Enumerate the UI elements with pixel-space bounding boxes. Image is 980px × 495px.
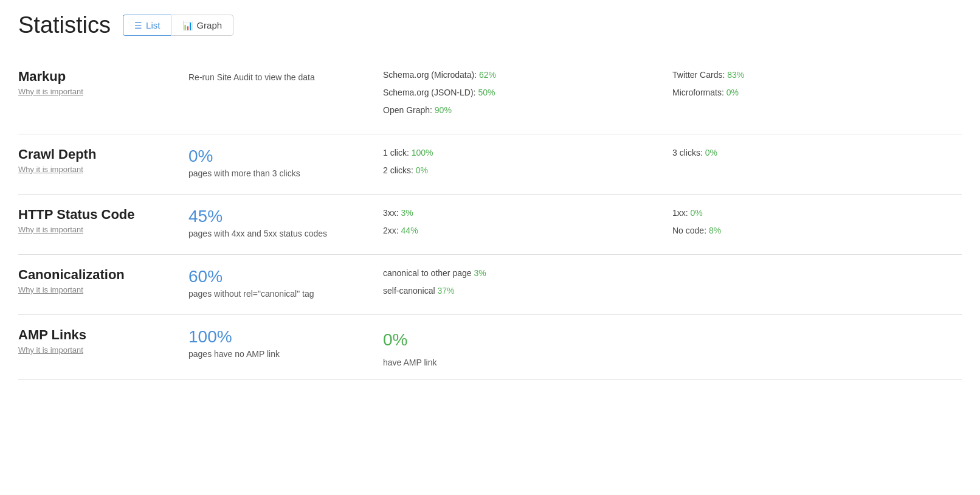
- stat-item: 2 clicks: 0%: [383, 164, 660, 177]
- page-header: Statistics ☰ List 📊 Graph: [18, 12, 962, 38]
- graph-label: Graph: [196, 20, 222, 30]
- stat-item: Twitter Cards: 83%: [672, 69, 950, 81]
- canonicalization-title: Canonicalization: [18, 267, 176, 283]
- http-status-code-title: HTTP Status Code: [18, 207, 176, 223]
- row-markup: Markup Why it is important Re-run Site A…: [18, 57, 962, 134]
- stat-item: 1xx: 0%: [672, 207, 950, 220]
- markup-text: Re-run Site Audit to view the data: [188, 69, 371, 82]
- http-status-code-desc: pages with 4xx and 5xx status codes: [188, 229, 371, 238]
- row-http-status-code: HTTP Status Code Why it is important 45%…: [18, 195, 962, 254]
- row-canonicalization: Canonicalization Why it is important 60%…: [18, 255, 962, 314]
- list-view-button[interactable]: ☰ List: [123, 15, 171, 36]
- canonicalization-col3: canonical to other page 3%self-canonical…: [383, 267, 672, 302]
- amp-links-title: AMP Links: [18, 327, 176, 343]
- stat-item: canonical to other page 3%: [383, 267, 660, 280]
- stat-item: Microformats: 0%: [672, 86, 950, 99]
- canonicalization-subtitle[interactable]: Why it is important: [18, 285, 176, 294]
- stat-item: 2xx: 44%: [383, 224, 660, 237]
- crawl-depth-title: Crawl Depth: [18, 147, 176, 162]
- stat-item: Open Graph: 90%: [383, 104, 660, 117]
- crawl-depth-col3: 1 click: 100%2 clicks: 0%: [383, 147, 672, 182]
- stat-item: 3xx: 3%: [383, 207, 660, 220]
- canonicalization-label: Canonicalization Why it is important: [18, 267, 188, 294]
- graph-icon: 📊: [182, 21, 193, 30]
- amp-col3-value: 0%: [383, 327, 660, 353]
- amp-col3-desc: have AMP link: [383, 358, 660, 367]
- row-amp-links: AMP Links Why it is important 100% pages…: [18, 315, 962, 379]
- http-status-code-subtitle[interactable]: Why it is important: [18, 225, 176, 234]
- amp-links-percent: 100%: [188, 327, 371, 347]
- markup-subtitle[interactable]: Why it is important: [18, 87, 176, 96]
- amp-links-main: 100% pages have no AMP link: [188, 327, 383, 359]
- canonicalization-desc: pages without rel="canonical" tag: [188, 289, 371, 299]
- page-title: Statistics: [18, 12, 111, 38]
- http-status-code-col4: 1xx: 0%No code: 8%: [672, 207, 962, 242]
- http-status-code-col3: 3xx: 3%2xx: 44%: [383, 207, 672, 242]
- canonicalization-main: 60% pages without rel="canonical" tag: [188, 267, 383, 299]
- stat-item: Schema.org (Microdata): 62%: [383, 69, 660, 81]
- markup-col3: Schema.org (Microdata): 62%Schema.org (J…: [383, 69, 672, 122]
- crawl-depth-subtitle[interactable]: Why it is important: [18, 165, 176, 174]
- stat-item: No code: 8%: [672, 224, 950, 237]
- crawl-depth-percent: 0%: [188, 147, 371, 166]
- markup-main: Re-run Site Audit to view the data: [188, 69, 383, 82]
- http-status-code-label: HTTP Status Code Why it is important: [18, 207, 188, 234]
- http-status-code-percent: 45%: [188, 207, 371, 226]
- row-crawl-depth: Crawl Depth Why it is important 0% pages…: [18, 134, 962, 194]
- http-status-code-main: 45% pages with 4xx and 5xx status codes: [188, 207, 383, 238]
- view-toggle: ☰ List 📊 Graph: [123, 15, 233, 36]
- stat-item: Schema.org (JSON-LD): 50%: [383, 86, 660, 99]
- list-icon: ☰: [134, 21, 142, 30]
- amp-links-label: AMP Links Why it is important: [18, 327, 188, 355]
- graph-view-button[interactable]: 📊 Graph: [171, 15, 233, 36]
- list-label: List: [146, 20, 160, 30]
- crawl-depth-label: Crawl Depth Why it is important: [18, 147, 188, 174]
- canonicalization-percent: 60%: [188, 267, 371, 286]
- crawl-depth-desc: pages with more than 3 clicks: [188, 168, 371, 178]
- markup-title: Markup: [18, 69, 176, 85]
- crawl-depth-col4: 3 clicks: 0%: [672, 147, 962, 164]
- amp-percent: 0%: [383, 330, 407, 349]
- amp-links-col3: 0% have AMP link: [383, 327, 672, 367]
- amp-links-desc: pages have no AMP link: [188, 349, 371, 359]
- row-divider: [18, 379, 962, 380]
- markup-label: Markup Why it is important: [18, 69, 188, 96]
- crawl-depth-main: 0% pages with more than 3 clicks: [188, 147, 383, 178]
- amp-links-subtitle[interactable]: Why it is important: [18, 345, 176, 355]
- stat-item: 3 clicks: 0%: [672, 147, 950, 159]
- stat-item: self-canonical 37%: [383, 285, 660, 297]
- stat-item: 1 click: 100%: [383, 147, 660, 159]
- markup-col4: Twitter Cards: 83%Microformats: 0%: [672, 69, 962, 104]
- statistics-list: Markup Why it is important Re-run Site A…: [18, 57, 962, 380]
